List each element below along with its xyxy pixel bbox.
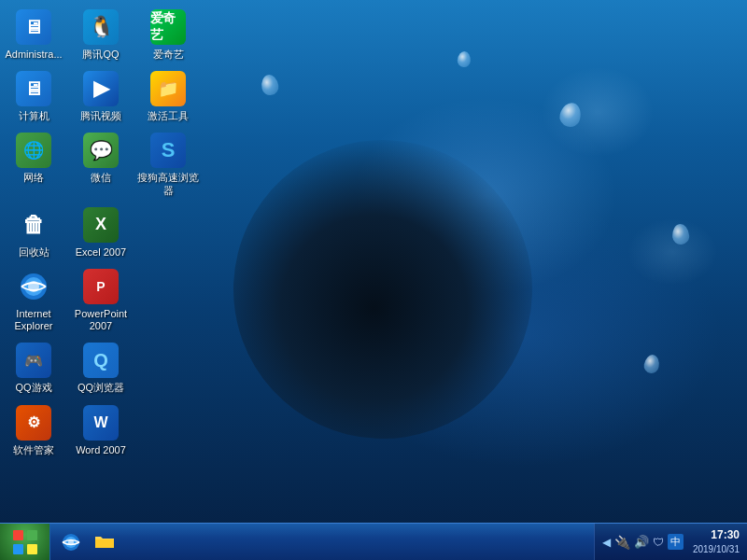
network-icon[interactable]: 🌐 网络 (0, 128, 67, 200)
mycomputer-icon[interactable]: 🖥 计算机 (0, 66, 67, 126)
icon-row-5: 🎮 QQ游戏 Q QQ浏览器 (0, 338, 134, 398)
softmgr-icon[interactable]: ⚙ 软件管家 (0, 400, 67, 460)
tray-network[interactable]: 🔌 (614, 535, 630, 550)
qq-icon[interactable]: 🐧 腾讯QQ (67, 5, 134, 64)
icon-row-6: ⚙ 软件管家 W Word 2007 (0, 400, 134, 460)
qq-label: 腾讯QQ (82, 49, 119, 61)
wechat-icon[interactable]: 💬 微信 (67, 128, 134, 200)
administrator-icon[interactable]: 🖥 Administra... (0, 5, 67, 64)
desktop: 🖥 Administra... 🐧 腾讯QQ 爱奇艺 爱奇艺 � (0, 0, 747, 560)
ie-taskbar-icon[interactable] (56, 527, 86, 557)
mycomputer-label: 计算机 (19, 110, 49, 122)
icon-row-2: 🌐 网络 💬 微信 S 搜狗高速浏览器 (0, 128, 202, 200)
excel-label: Excel 2007 (76, 246, 126, 259)
iqiyi-icon[interactable]: 爱奇艺 爱奇艺 (134, 5, 202, 64)
administrator-label: Administra... (5, 49, 62, 61)
clock-time: 17:30 (693, 527, 740, 543)
system-tray: ◀ 🔌 🔊 🛡 中 17:30 2019/10/31 (594, 524, 747, 561)
sogou-icon[interactable]: S 搜狗高速浏览器 (134, 128, 202, 200)
ie-label: Internet Explorer (2, 308, 65, 332)
icon-row-0: 🖥 Administra... 🐧 腾讯QQ 爱奇艺 爱奇艺 (0, 5, 202, 64)
tencent-video-label: 腾讯视频 (80, 110, 121, 122)
ppt-label: PowerPoint 2007 (69, 308, 133, 332)
sogou-label: 搜狗高速浏览器 (136, 172, 200, 196)
word2007-label: Word 2007 (76, 444, 126, 456)
folder-taskbar-icon[interactable] (90, 527, 120, 557)
svg-rect-5 (13, 544, 23, 554)
taskbar-icons-area (50, 527, 594, 557)
qqbrowser-label: QQ浏览器 (78, 382, 124, 394)
recycle-bin-icon[interactable]: 🗑 回收站 (0, 203, 67, 262)
ie-desktop-icon[interactable]: Internet Explorer (0, 264, 67, 336)
iqiyi-label: 爱奇艺 (153, 49, 184, 61)
tray-volume[interactable]: 🔊 (634, 535, 649, 549)
icon-row-1: 🖥 计算机 ▶ 腾讯视频 📁 激活工具 (0, 66, 202, 126)
svg-rect-4 (27, 530, 37, 540)
svg-rect-3 (13, 530, 23, 540)
tencent-video-icon[interactable]: ▶ 腾讯视频 (67, 66, 134, 126)
tray-security[interactable]: 🛡 (653, 536, 664, 549)
activation-icon[interactable]: 📁 激活工具 (134, 66, 202, 126)
qqgame-icon[interactable]: 🎮 QQ游戏 (0, 338, 67, 398)
excel-icon[interactable]: X Excel 2007 (67, 203, 134, 262)
desktop-icons-area: 🖥 Administra... 🐧 腾讯QQ 爱奇艺 爱奇艺 � (0, 0, 187, 541)
clock[interactable]: 17:30 2019/10/31 (687, 527, 740, 556)
svg-rect-6 (27, 544, 37, 554)
icon-row-4: Internet Explorer P PowerPoint 2007 (0, 264, 134, 336)
recycle-label: 回收站 (19, 246, 49, 259)
taskbar: ◀ 🔌 🔊 🛡 中 17:30 2019/10/31 (0, 523, 747, 560)
activation-label: 激活工具 (148, 110, 189, 122)
softmgr-label: 软件管家 (13, 444, 54, 456)
word2007-icon[interactable]: W Word 2007 (67, 400, 134, 460)
icon-row-3: 🗑 回收站 X Excel 2007 (0, 203, 134, 262)
tray-ime[interactable]: 中 (668, 534, 684, 550)
qqbrowser-icon[interactable]: Q QQ浏览器 (67, 338, 134, 398)
qqgame-label: QQ游戏 (15, 382, 51, 394)
wechat-label: 微信 (91, 172, 111, 184)
start-button[interactable] (0, 524, 50, 561)
tray-arrow[interactable]: ◀ (602, 536, 611, 549)
network-label: 网络 (23, 172, 44, 184)
clock-date: 2019/10/31 (693, 543, 740, 556)
ppt-icon[interactable]: P PowerPoint 2007 (67, 264, 134, 336)
